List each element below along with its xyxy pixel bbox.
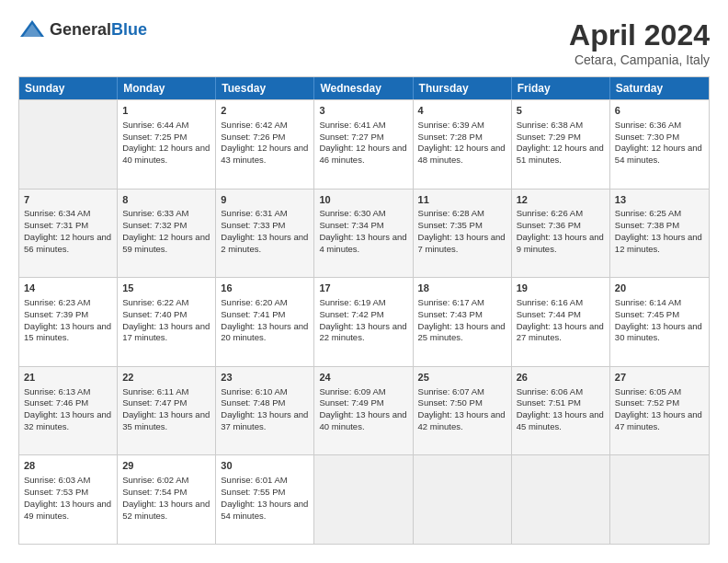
- day-number: 15: [122, 282, 210, 295]
- sunrise-text: Sunrise: 6:11 AM: [122, 386, 188, 396]
- sunrise-text: Sunrise: 6:09 AM: [319, 386, 385, 396]
- main-title: April 2024: [569, 18, 710, 52]
- cal-cell-r4-c0: 28Sunrise: 6:03 AMSunset: 7:53 PMDayligh…: [19, 455, 118, 544]
- cal-cell-r0-c1: 1Sunrise: 6:44 AMSunset: 7:25 PMDaylight…: [118, 100, 216, 189]
- cal-cell-r1-c6: 13Sunrise: 6:25 AMSunset: 7:38 PMDayligh…: [610, 190, 709, 278]
- subtitle: Cetara, Campania, Italy: [569, 52, 710, 67]
- cal-cell-r4-c5: [512, 455, 610, 544]
- daylight-text: Daylight: 12 hours and 59 minutes.: [122, 232, 210, 254]
- daylight-text: Daylight: 13 hours and 47 minutes.: [615, 409, 702, 431]
- sunset-text: Sunset: 7:54 PM: [122, 487, 187, 497]
- sunrise-text: Sunrise: 6:30 AM: [319, 208, 385, 218]
- calendar-row-5: 28Sunrise: 6:03 AMSunset: 7:53 PMDayligh…: [19, 454, 709, 544]
- sunset-text: Sunset: 7:26 PM: [221, 132, 285, 142]
- calendar: Sunday Monday Tuesday Wednesday Thursday…: [18, 76, 710, 545]
- day-number: 20: [615, 282, 704, 295]
- cal-cell-r2-c0: 14Sunrise: 6:23 AMSunset: 7:39 PMDayligh…: [19, 278, 118, 366]
- daylight-text: Daylight: 13 hours and 30 minutes.: [615, 321, 702, 343]
- cal-cell-r1-c4: 11Sunrise: 6:28 AMSunset: 7:35 PMDayligh…: [414, 190, 512, 278]
- sunset-text: Sunset: 7:36 PM: [517, 220, 581, 230]
- header-sunday: Sunday: [19, 77, 118, 99]
- sunset-text: Sunset: 7:49 PM: [319, 397, 383, 408]
- daylight-text: Daylight: 13 hours and 7 minutes.: [418, 232, 506, 254]
- day-number: 9: [221, 193, 309, 207]
- cal-cell-r4-c6: [610, 455, 709, 544]
- calendar-row-4: 21Sunrise: 6:13 AMSunset: 7:46 PMDayligh…: [19, 366, 709, 455]
- sunset-text: Sunset: 7:25 PM: [122, 132, 187, 142]
- day-number: 24: [319, 371, 407, 385]
- sunrise-text: Sunrise: 6:36 AM: [615, 120, 681, 130]
- daylight-text: Daylight: 12 hours and 48 minutes.: [418, 143, 506, 165]
- day-number: 10: [319, 193, 407, 207]
- sunrise-text: Sunrise: 6:25 AM: [615, 208, 681, 218]
- daylight-text: Daylight: 12 hours and 56 minutes.: [24, 232, 111, 254]
- sunrise-text: Sunrise: 6:22 AM: [122, 297, 188, 307]
- sunrise-text: Sunrise: 6:39 AM: [418, 120, 484, 130]
- sunrise-text: Sunrise: 6:05 AM: [615, 386, 681, 396]
- daylight-text: Daylight: 13 hours and 37 minutes.: [221, 409, 308, 431]
- calendar-row-1: 1Sunrise: 6:44 AMSunset: 7:25 PMDaylight…: [19, 99, 709, 189]
- sunrise-text: Sunrise: 6:14 AM: [615, 297, 681, 307]
- sunrise-text: Sunrise: 6:06 AM: [517, 386, 583, 396]
- sunset-text: Sunset: 7:27 PM: [319, 132, 383, 142]
- daylight-text: Daylight: 13 hours and 45 minutes.: [517, 409, 604, 431]
- cal-cell-r4-c1: 29Sunrise: 6:02 AMSunset: 7:54 PMDayligh…: [118, 455, 216, 544]
- day-number: 23: [221, 371, 309, 385]
- sunrise-text: Sunrise: 6:07 AM: [418, 386, 484, 396]
- day-number: 28: [24, 459, 112, 473]
- sunrise-text: Sunrise: 6:42 AM: [221, 120, 287, 130]
- header: GeneralBlue April 2024 Cetara, Campania,…: [18, 18, 710, 67]
- sunset-text: Sunset: 7:40 PM: [122, 309, 187, 319]
- cal-cell-r3-c1: 22Sunrise: 6:11 AMSunset: 7:47 PMDayligh…: [118, 367, 216, 455]
- daylight-text: Daylight: 13 hours and 40 minutes.: [319, 409, 406, 431]
- sunset-text: Sunset: 7:42 PM: [319, 309, 383, 319]
- daylight-text: Daylight: 13 hours and 25 minutes.: [418, 321, 506, 343]
- page: GeneralBlue April 2024 Cetara, Campania,…: [0, 0, 728, 563]
- daylight-text: Daylight: 13 hours and 4 minutes.: [319, 232, 406, 254]
- daylight-text: Daylight: 13 hours and 15 minutes.: [24, 321, 111, 343]
- day-number: 21: [24, 371, 112, 385]
- cal-cell-r2-c4: 18Sunrise: 6:17 AMSunset: 7:43 PMDayligh…: [414, 278, 512, 366]
- daylight-text: Daylight: 13 hours and 35 minutes.: [122, 409, 210, 431]
- daylight-text: Daylight: 13 hours and 42 minutes.: [418, 409, 506, 431]
- header-monday: Monday: [118, 77, 216, 99]
- header-saturday: Saturday: [610, 77, 709, 99]
- cal-cell-r1-c0: 7Sunrise: 6:34 AMSunset: 7:31 PMDaylight…: [19, 190, 118, 278]
- cal-cell-r0-c6: 6Sunrise: 6:36 AMSunset: 7:30 PMDaylight…: [610, 100, 709, 189]
- cal-cell-r2-c1: 15Sunrise: 6:22 AMSunset: 7:40 PMDayligh…: [118, 278, 216, 366]
- title-block: April 2024 Cetara, Campania, Italy: [569, 18, 710, 67]
- calendar-body: 1Sunrise: 6:44 AMSunset: 7:25 PMDaylight…: [19, 99, 709, 544]
- daylight-text: Daylight: 13 hours and 20 minutes.: [221, 321, 308, 343]
- daylight-text: Daylight: 12 hours and 54 minutes.: [615, 143, 702, 165]
- cal-cell-r2-c6: 20Sunrise: 6:14 AMSunset: 7:45 PMDayligh…: [610, 278, 709, 366]
- sunset-text: Sunset: 7:34 PM: [319, 220, 383, 230]
- cal-cell-r3-c0: 21Sunrise: 6:13 AMSunset: 7:46 PMDayligh…: [19, 367, 118, 455]
- day-number: 14: [24, 282, 112, 295]
- sunrise-text: Sunrise: 6:03 AM: [24, 475, 90, 485]
- day-number: 12: [517, 193, 605, 207]
- header-wednesday: Wednesday: [314, 77, 413, 99]
- sunset-text: Sunset: 7:28 PM: [418, 132, 483, 142]
- logo: GeneralBlue: [18, 18, 147, 40]
- sunrise-text: Sunrise: 6:31 AM: [221, 208, 287, 218]
- cal-cell-r1-c2: 9Sunrise: 6:31 AMSunset: 7:33 PMDaylight…: [216, 190, 314, 278]
- day-number: 11: [418, 193, 506, 207]
- sunset-text: Sunset: 7:38 PM: [615, 220, 679, 230]
- sunrise-text: Sunrise: 6:10 AM: [221, 386, 287, 396]
- day-number: 25: [418, 371, 506, 385]
- cal-cell-r1-c5: 12Sunrise: 6:26 AMSunset: 7:36 PMDayligh…: [512, 190, 610, 278]
- day-number: 30: [221, 459, 309, 473]
- calendar-row-2: 7Sunrise: 6:34 AMSunset: 7:31 PMDaylight…: [19, 189, 709, 278]
- daylight-text: Daylight: 12 hours and 43 minutes.: [221, 143, 308, 165]
- logo-icon: [18, 18, 46, 40]
- daylight-text: Daylight: 13 hours and 49 minutes.: [24, 499, 111, 521]
- day-number: 8: [122, 193, 210, 207]
- sunrise-text: Sunrise: 6:23 AM: [24, 297, 90, 307]
- sunset-text: Sunset: 7:45 PM: [615, 309, 679, 319]
- day-number: 2: [221, 104, 309, 118]
- sunrise-text: Sunrise: 6:01 AM: [221, 475, 287, 485]
- day-number: 17: [319, 282, 407, 295]
- day-number: 18: [418, 282, 506, 295]
- daylight-text: Daylight: 13 hours and 2 minutes.: [221, 232, 308, 254]
- sunset-text: Sunset: 7:39 PM: [24, 309, 88, 319]
